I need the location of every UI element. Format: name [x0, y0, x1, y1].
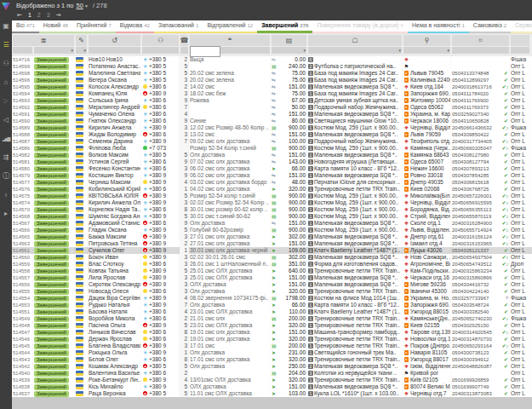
order-comment[interactable]: 23.01 смс ОЛХ доставка [189, 308, 271, 315]
dashboard-card-icon[interactable]: ▣ [0, 17, 12, 36]
order-comment[interactable]: 09.02 смс олх доставка [189, 138, 271, 145]
customer-name[interactable]: Фесенко Константин [88, 165, 141, 172]
status-badge[interactable]: Завершений [34, 159, 69, 165]
status-badge[interactable]: Завершений [34, 268, 69, 274]
statistics-chart-icon[interactable]: ▂▅▇ [0, 130, 12, 148]
tracking-number[interactable] [451, 370, 510, 377]
status-badge[interactable]: Завершений [34, 316, 69, 322]
delivery-cell[interactable]: Черкаси 18006 [403, 118, 451, 124]
customer-name[interactable]: Сольська Ірина [88, 97, 141, 104]
customer-name[interactable]: Рокіцька Ольга [88, 349, 141, 356]
customer-phone[interactable]: +380 9 [141, 179, 180, 186]
customer-name[interactable]: Нов10 Нов10 [88, 56, 141, 63]
product-cell[interactable]: 1Клатч Baellerry Leather *1487* (1.. [307, 247, 403, 254]
column-filter[interactable]: ▾ [272, 47, 306, 54]
table-row[interactable]: 514554ЗавершенийДацюк Віра Сергіївна✳+38… [12, 295, 532, 302]
table-row[interactable]: 514558ЗавершенийКовпак Татьяна+380 9525.… [12, 268, 532, 274]
product-cell[interactable]: 2Футболка с патриотической на.. [307, 63, 403, 70]
customer-name[interactable]: Адамовский Станис.. [88, 220, 141, 227]
product-cell[interactable]: 1Детская умная зубная щетка на.. [307, 97, 403, 104]
order-comment[interactable]: 30.01 смс олх доставка черній [189, 247, 271, 254]
customer-name[interactable]: Компанец Юля [88, 90, 141, 97]
tracking-number[interactable]: 20400315863234✔ [451, 268, 510, 274]
delivery-cell[interactable]: ❖Львів, Відділен.. [403, 227, 451, 233]
app-logo-icon[interactable] [2, 3, 10, 10]
customer-phone[interactable]: ✳+380 6 [141, 356, 180, 363]
tracking-number[interactable]: 20450655714924✔2 [451, 227, 510, 233]
customer-name[interactable]: Бокоч Иван [88, 254, 141, 261]
customer-name[interactable]: Лила Ярослав [88, 274, 141, 281]
order-comment[interactable]: 13.02 смс [189, 131, 271, 138]
table-row[interactable]: 514556ЗавершенийСиротюк Олександр+380 93… [12, 281, 532, 288]
tracking-number[interactable]: 0504307893213✔ [451, 165, 510, 172]
customer-name[interactable]: Благінна Владіслава [88, 343, 141, 349]
customer-phone[interactable]: +380 5 [141, 363, 180, 370]
product-cell[interactable]: 1Тренировочные петли TRX Train.. [307, 336, 403, 343]
tab-Самовивіз[interactable]: Самовивіз2 [469, 20, 511, 33]
order-comment[interactable]: 06.02 смс олх доставка [189, 172, 271, 179]
tab-Відправлений[interactable]: Відправлений12 [203, 20, 257, 33]
product-cell[interactable]: 1Подарочный набор Жемчужина.. [307, 104, 403, 111]
column-filter[interactable]: ▾ [308, 47, 402, 54]
product-cell[interactable]: 1Костюм Мод. 259 (1шт. х 900.00.. [307, 206, 403, 213]
product-cell[interactable]: 1Маленькая видеокамера SQ8 *.. [307, 220, 403, 227]
status-badge[interactable]: Завершений [34, 78, 69, 84]
tab-Нема в наявності[interactable]: Нема в наявності1 [408, 20, 469, 33]
status-badge[interactable]: Завершений [34, 255, 69, 261]
tracking-number[interactable]: 0501699926859✔ [451, 377, 510, 383]
status-badge[interactable]: Завершений [34, 200, 69, 206]
tracking-number[interactable]: 0504305121337✔ [451, 247, 510, 254]
filter-text-input[interactable] [190, 46, 220, 57]
status-badge[interactable]: Завершений [34, 302, 69, 308]
product-cell[interactable]: 1Костюм Мод. 259 (1шт. х 900.00.. [307, 193, 403, 199]
product-cell[interactable]: 1Костюм Мод. 259 (1шт. х 900.00.. [307, 199, 403, 206]
delivery-cell[interactable]: ❖Чернівці отд.7 [403, 390, 451, 397]
tracking-number[interactable]: 20400313873083✔ [451, 390, 510, 397]
customer-name[interactable]: Гнатюк Олександр [88, 118, 141, 124]
delivery-cell[interactable]: ❖Кам-Подільски.. [403, 268, 451, 274]
product-cell[interactable]: 1Костюм Мод. 259 (1шт. х 900.00.. [307, 124, 403, 131]
delivery-cell[interactable]: Киев 02155 [403, 322, 451, 329]
table-row[interactable]: 514543ЗавершенийБєлов Олег✳+380 6817.01 … [12, 356, 532, 363]
last-page-icon[interactable]: ⇥ [56, 11, 61, 20]
product-cell[interactable]: 2Тренировочные петли TRX Train.. [307, 268, 403, 274]
table-row[interactable]: 514579ЗавершенийКостишин Виктор✳+380 990… [12, 172, 532, 179]
globe-icon[interactable]: ♁ [0, 186, 12, 204]
status-badge[interactable]: Завершений [34, 377, 69, 383]
status-badge[interactable]: Завершений [34, 91, 69, 97]
order-comment[interactable]: 04.02 смс олх доставка [189, 186, 271, 193]
order-comment[interactable]: Голубий 60-62розмір [189, 227, 271, 233]
product-cell[interactable]: 1Маленькая видеокамера SQ8 *.. [307, 281, 403, 288]
tab-Новий[interactable]: Новий48 [39, 20, 72, 33]
customer-phone[interactable]: ✳+380 9 [141, 213, 180, 220]
tracking-number[interactable]: 0504311784020✔ [451, 90, 510, 97]
delivery-cell[interactable]: ❖Чернівці, Відділ.. [403, 124, 451, 131]
status-badge[interactable]: Завершений [34, 139, 69, 145]
customer-phone[interactable]: +380 6 [141, 336, 180, 343]
tracking-number[interactable]: 0504303382540✔ [451, 308, 510, 315]
tracking-number[interactable]: 0504300738123✔ [451, 349, 510, 356]
tracking-number[interactable]: 0504313374848✔ [451, 70, 510, 77]
status-badge[interactable]: Завершений [34, 221, 69, 227]
customer-phone[interactable]: +380 6 [141, 131, 180, 138]
customer-phone[interactable]: +380 6 [141, 104, 180, 111]
customer-name[interactable]: Воробйов Микола [88, 315, 141, 322]
customer-name[interactable]: Чумаченко Олена [88, 111, 141, 118]
tracking-number[interactable]: 0504310650828✔ [451, 118, 510, 124]
table-row[interactable]: 514565ЗавершенийБакжа Максим+380 9327.01… [12, 233, 532, 240]
tracking-number[interactable]: 0504311769900✔ [451, 97, 510, 104]
tracking-number[interactable]: 0504308127794✔ [451, 158, 510, 165]
customer-name[interactable]: Шумляс Богдана Ан.. [88, 213, 141, 220]
tracking-number[interactable]: 0504306815618✔ [451, 179, 510, 186]
status-badge[interactable]: Завершений [34, 214, 69, 220]
order-comment[interactable] [189, 370, 271, 377]
status-badge[interactable]: Завершений [34, 234, 69, 240]
delivery-cell[interactable]: Луцьк 43026 [403, 247, 451, 254]
table-row[interactable]: 514589ЗавершенийКирилич Анжела✳+380 9312… [12, 124, 532, 131]
table-row[interactable]: 514586ЗавершенийФіліпова Люба+7 073Розмі… [12, 145, 532, 152]
customer-phone[interactable]: ✳+380 5 [141, 70, 180, 77]
customer-name[interactable]: Бєлов Олег [88, 356, 141, 363]
tracking-number[interactable]: 20450661436632✔2 [451, 124, 510, 131]
tracking-number[interactable]: 0504304416732✔ [451, 281, 510, 288]
table-row[interactable]: 514546ЗавершенийДержач Ярослав+380 6219.… [12, 336, 532, 343]
